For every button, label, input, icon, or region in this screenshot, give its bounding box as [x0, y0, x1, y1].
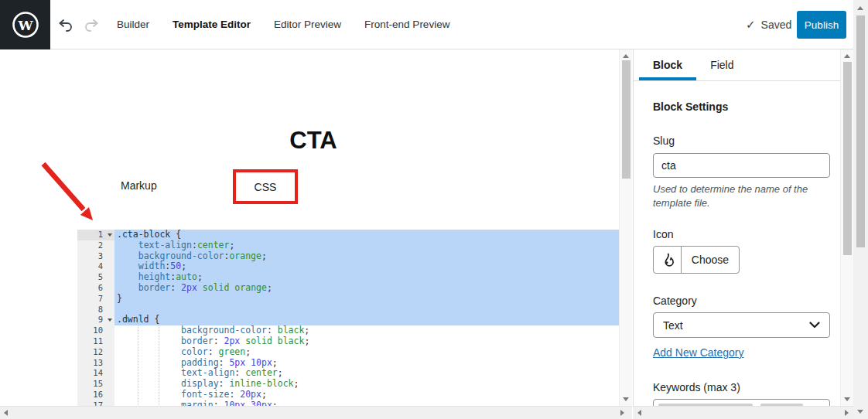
line-number: 3 — [77, 251, 114, 262]
add-new-category-link[interactable]: Add New Category — [653, 346, 744, 359]
line-number: 2 — [77, 240, 114, 251]
line-number: 5 — [77, 272, 114, 283]
icon-label: Icon — [653, 228, 673, 240]
top-nav: Builder Template Editor Editor Preview F… — [117, 0, 449, 49]
code-line[interactable]: 15 display: inline-block; — [77, 379, 619, 390]
scroll-down-icon[interactable] — [857, 410, 863, 414]
scroll-down-icon[interactable] — [844, 397, 850, 401]
scroll-up-icon[interactable] — [623, 54, 629, 58]
browser-scroll-thumb[interactable] — [856, 15, 865, 247]
code-line[interactable]: 10 background-color: black; — [77, 325, 619, 336]
line-number: 8 — [77, 305, 114, 315]
line-number: 12 — [77, 347, 114, 358]
line-number: 6 — [77, 283, 114, 294]
code-line[interactable]: 16 font-size: 20px; — [77, 390, 619, 400]
slug-help-text: Used to determine the name of the templa… — [653, 182, 837, 210]
keywords-label: Keywords (max 3) — [653, 381, 740, 393]
code-line[interactable]: 7} — [77, 294, 619, 305]
sidebar-tabs: Block Field — [634, 49, 840, 81]
saved-status: ✓ Saved — [746, 0, 791, 49]
code-line[interactable]: 6 border: 2px solid orange; — [77, 283, 619, 294]
scroll-left-icon[interactable] — [4, 410, 8, 416]
tab-template-editor[interactable]: Template Editor — [173, 19, 251, 30]
top-toolbar: W Builder Template Editor Editor Preview… — [0, 0, 853, 49]
sidebar-horizontal-scrollbar[interactable] — [633, 406, 853, 419]
code-line[interactable]: 5 height:auto; — [77, 272, 619, 283]
scroll-left-icon[interactable] — [637, 410, 641, 416]
slug-input[interactable] — [653, 153, 830, 178]
line-number: 16 — [77, 390, 114, 400]
icon-picker: Choose — [653, 246, 740, 274]
slug-label: Slug — [653, 135, 675, 147]
tab-markup[interactable]: Markup — [121, 179, 157, 192]
line-number: 4 — [77, 261, 114, 272]
scroll-up-icon[interactable] — [844, 54, 850, 58]
undo-icon[interactable] — [56, 16, 75, 35]
line-number: 13 — [77, 358, 114, 369]
sidebar-vertical-scrollbar[interactable] — [840, 49, 853, 406]
tab-builder[interactable]: Builder — [117, 19, 149, 30]
code-lines: 1.cta-block {2 text-align:center;3 backg… — [77, 230, 619, 406]
saved-label: Saved — [761, 19, 792, 31]
publish-button[interactable]: Publish — [797, 11, 846, 39]
line-number: 10 — [77, 325, 114, 336]
tab-css-highlight-box[interactable]: CSS — [233, 169, 298, 204]
fold-caret-icon[interactable] — [108, 319, 112, 322]
line-number: 14 — [77, 368, 114, 379]
tab-editor-preview[interactable]: Editor Preview — [274, 19, 341, 30]
code-line[interactable]: 17 margin: 10px 30px; — [77, 400, 619, 406]
line-number: 9 — [77, 315, 114, 325]
check-icon: ✓ — [746, 18, 756, 32]
category-selected-value: Text — [663, 319, 683, 332]
code-editor[interactable]: 1.cta-block {2 text-align:center;3 backg… — [77, 230, 619, 406]
tab-field[interactable]: Field — [696, 49, 747, 80]
code-line[interactable]: 2 text-align:center; — [77, 240, 619, 251]
code-line[interactable]: 1.cta-block { — [77, 230, 619, 240]
sidebar-scroll-thumb[interactable] — [843, 62, 852, 255]
page-title: CTA — [0, 127, 619, 155]
browser-scrollbar[interactable] — [853, 0, 868, 419]
code-line[interactable]: 12 color: green; — [77, 347, 619, 358]
main-scroll-thumb[interactable] — [622, 60, 630, 179]
fold-caret-icon[interactable] — [108, 233, 112, 237]
template-editor-canvas: CTA Markup CSS 1.cta-block {2 text-align… — [0, 49, 619, 406]
scroll-up-icon[interactable] — [857, 6, 863, 10]
line-number: 11 — [77, 336, 114, 347]
svg-text:W: W — [17, 18, 33, 33]
main-vertical-scrollbar[interactable] — [619, 49, 632, 406]
category-select[interactable]: Text — [653, 312, 830, 338]
category-label: Category — [653, 295, 697, 307]
main-horizontal-scrollbar[interactable] — [0, 406, 632, 419]
code-line[interactable]: 11 border: 2px solid black; — [77, 336, 619, 347]
flame-icon — [654, 247, 682, 273]
scroll-right-icon[interactable] — [620, 410, 624, 416]
scroll-right-icon[interactable] — [845, 410, 849, 416]
line-number: 7 — [77, 294, 114, 305]
wordpress-logo[interactable]: W — [0, 0, 50, 49]
chevron-down-icon — [809, 322, 820, 329]
choose-icon-button[interactable]: Choose — [682, 247, 739, 273]
tab-frontend-preview[interactable]: Front-end Preview — [364, 19, 449, 30]
red-annotation-arrow — [32, 155, 104, 232]
tab-css[interactable]: CSS — [255, 181, 277, 193]
wordpress-logo-icon: W — [11, 10, 40, 39]
redo-icon[interactable] — [82, 16, 101, 35]
line-number: 15 — [77, 379, 114, 390]
line-number: 17 — [77, 400, 114, 406]
tab-block[interactable]: Block — [639, 49, 696, 80]
scroll-down-icon[interactable] — [623, 397, 629, 401]
settings-sidebar: Block Field Block Settings Slug Used to … — [633, 49, 840, 407]
block-settings-heading: Block Settings — [653, 100, 728, 113]
